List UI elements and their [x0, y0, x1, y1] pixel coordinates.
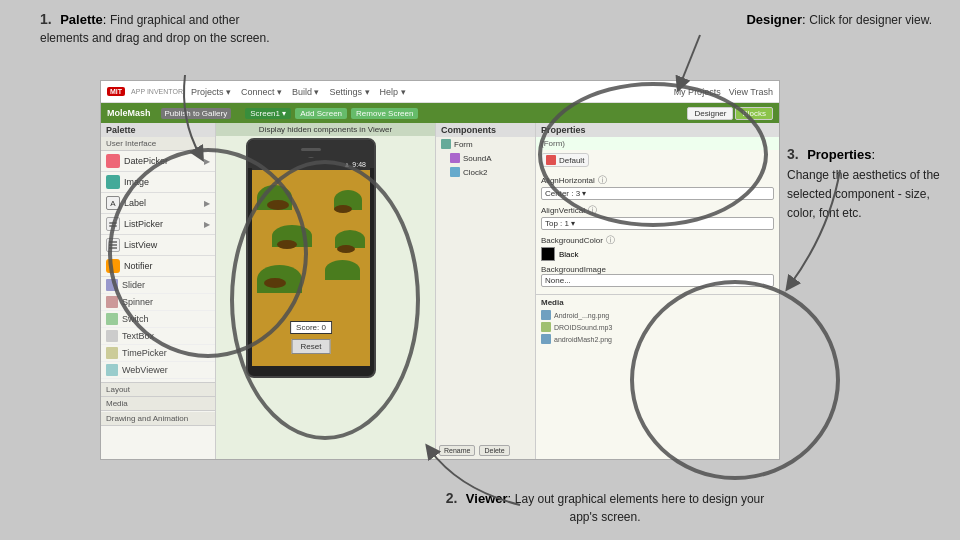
slider-label: Slider: [122, 280, 145, 290]
phone-game-content: [252, 170, 370, 366]
components-footer: Rename Delete: [436, 442, 513, 459]
webviewer-label: WebViewer: [122, 365, 168, 375]
listview-label: ListView: [124, 240, 157, 250]
nav-projects[interactable]: Projects ▾: [191, 87, 231, 97]
bg-color-value: Black: [541, 247, 774, 261]
props-section-main: Default AlignHorizontal ⓘ Center : 3 ▾ A…: [536, 150, 779, 294]
phone-speaker: [301, 148, 321, 151]
blocks-btn[interactable]: Blocks: [735, 107, 773, 120]
accent-chip[interactable]: Default: [541, 153, 589, 167]
palette-notifier[interactable]: Notifier: [101, 256, 215, 277]
palette-label[interactable]: A Label ▶: [101, 193, 215, 214]
media-header: Media: [541, 298, 774, 307]
bg-image-label: BackgroundImage: [541, 265, 774, 274]
palette-webviewer[interactable]: WebViewer: [101, 362, 215, 379]
bg-image-select[interactable]: None...: [541, 274, 774, 287]
media-sound-icon: [541, 322, 551, 332]
switch-icon: [106, 313, 118, 325]
align-horizontal-select[interactable]: Center : 3 ▾: [541, 187, 774, 200]
properties-title: (Form): [536, 137, 779, 150]
phone-mockup: ▲ 9:48: [246, 138, 376, 378]
remove-screen-btn[interactable]: Remove Screen: [351, 108, 418, 119]
listpicker-label: ListPicker: [124, 219, 163, 229]
bg-color-name: Black: [559, 250, 579, 259]
screen-selector[interactable]: Screen1 ▾: [245, 108, 291, 119]
align-vertical-row: AlignVertical ⓘ Top : 1 ▾: [541, 204, 774, 230]
component-sound[interactable]: SoundA: [436, 151, 535, 165]
mole-hole-3: [277, 240, 297, 249]
palette-textbox[interactable]: TextBox: [101, 328, 215, 345]
mole-hole-1: [267, 200, 289, 210]
spinner-label: Spinner: [122, 297, 153, 307]
accent-row: Default: [541, 153, 774, 170]
palette-slider[interactable]: Slider: [101, 277, 215, 294]
media-item-1[interactable]: Android_...ng.png: [541, 309, 774, 321]
label-arrow: ▶: [204, 199, 210, 208]
phone-statusbar: ▲ 9:48: [252, 158, 370, 170]
timepicker-label: TimePicker: [122, 348, 167, 358]
add-screen-btn[interactable]: Add Screen: [295, 108, 347, 119]
reset-button[interactable]: Reset: [292, 339, 331, 354]
designer-btn[interactable]: Designer: [687, 107, 733, 120]
publish-btn[interactable]: Publish to Gallery: [161, 108, 232, 119]
align-vertical-select[interactable]: Top : 1 ▾: [541, 217, 774, 230]
datepicker-arrow: ▶: [204, 157, 210, 166]
components-panel: Components Form SoundA Clock2 Rename Del…: [436, 123, 536, 459]
palette-datepicker[interactable]: DatePicker ▶: [101, 151, 215, 172]
palette-timepicker[interactable]: TimePicker: [101, 345, 215, 362]
phone-screen: ▲ 9:48: [252, 158, 370, 366]
palette-annotation: 1. Palette: Find graphical and other ele…: [40, 10, 280, 46]
nav-settings[interactable]: Settings ▾: [330, 87, 370, 97]
accent-label: Default: [559, 156, 584, 165]
media-img-icon-1: [541, 310, 551, 320]
nav-help[interactable]: Help ▾: [380, 87, 406, 97]
palette-switch[interactable]: Switch: [101, 311, 215, 328]
viewer-number: 2.: [446, 490, 458, 506]
bg-color-swatch[interactable]: [541, 247, 555, 261]
props-title: Properties: [807, 147, 871, 162]
form-label: Form: [454, 140, 473, 149]
components-header: Components: [436, 123, 535, 137]
switch-label: Switch: [122, 314, 149, 324]
statusbar-text: ▲ 9:48: [344, 161, 367, 168]
nav-connect[interactable]: Connect ▾: [241, 87, 282, 97]
palette-number: 1.: [40, 11, 52, 27]
notifier-icon: [106, 259, 120, 273]
user-interface-section: User Interface: [101, 137, 215, 151]
mole-hole-2: [334, 205, 352, 213]
score-display: Score: 0: [290, 321, 332, 334]
image-label: Image: [124, 177, 149, 187]
nav-view-trash[interactable]: View Trash: [729, 87, 773, 97]
palette-image[interactable]: Image: [101, 172, 215, 193]
bg-image-row: BackgroundImage None...: [541, 265, 774, 287]
properties-header: Properties: [536, 123, 779, 137]
align-h-info: ⓘ: [598, 174, 607, 187]
nav-my-projects[interactable]: My Projects: [674, 87, 721, 97]
viewer-panel: Display hidden components in Viewer ▲ 9:…: [216, 123, 436, 459]
palette-listpicker[interactable]: ListPicker ▶: [101, 214, 215, 235]
component-clock[interactable]: Clock2: [436, 165, 535, 179]
bg-color-info: ⓘ: [606, 234, 615, 247]
label-label: Label: [124, 198, 146, 208]
viewer-header: Display hidden components in Viewer: [216, 123, 435, 136]
spinner-icon: [106, 296, 118, 308]
clock-label: Clock2: [463, 168, 487, 177]
media-item-3[interactable]: androidMash2.png: [541, 333, 774, 345]
accent-color-swatch: [546, 155, 556, 165]
timepicker-icon: [106, 347, 118, 359]
grass-patch-6: [325, 260, 360, 280]
nav-build[interactable]: Build ▾: [292, 87, 320, 97]
designer-annotation: Designer: Click for designer view.: [746, 10, 932, 28]
app-subtitle: APP INVENTOR: [131, 88, 183, 95]
slider-icon: [106, 279, 118, 291]
palette-spinner[interactable]: Spinner: [101, 294, 215, 311]
drawing-section: Drawing and Animation: [101, 412, 215, 426]
datepicker-icon: [106, 154, 120, 168]
delete-btn[interactable]: Delete: [479, 445, 509, 456]
textbox-label: TextBox: [122, 331, 154, 341]
rename-btn[interactable]: Rename: [439, 445, 475, 456]
datepicker-label: DatePicker: [124, 156, 168, 166]
media-item-2[interactable]: DROIDSound.mp3: [541, 321, 774, 333]
components-form[interactable]: Form: [436, 137, 535, 151]
palette-listview[interactable]: ListView: [101, 235, 215, 256]
